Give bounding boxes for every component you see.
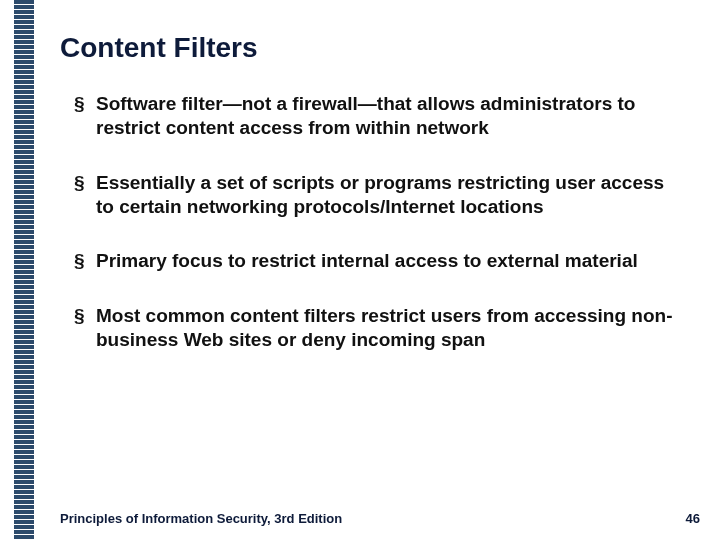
slide-title: Content Filters [60,32,680,64]
bullet-item: Most common content filters restrict use… [74,304,680,353]
bullet-list: Software filter—not a firewall—that allo… [60,92,680,352]
footer-text: Principles of Information Security, 3rd … [60,511,342,526]
bullet-item: Software filter—not a firewall—that allo… [74,92,680,141]
footer: Principles of Information Security, 3rd … [60,511,700,526]
bullet-item: Essentially a set of scripts or programs… [74,171,680,220]
bullet-item: Primary focus to restrict internal acces… [74,249,680,273]
slide-container: Content Filters Software filter—not a fi… [0,0,720,540]
page-number: 46 [686,511,700,526]
